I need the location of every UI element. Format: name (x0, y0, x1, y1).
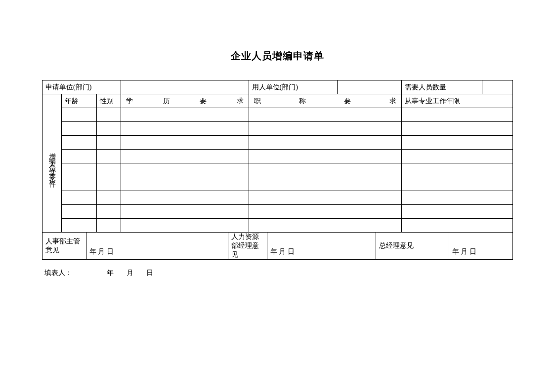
gm-label: 总经理意见 (376, 233, 449, 260)
title-cell[interactable] (249, 191, 401, 205)
years-label: 从事专业工作年限 (401, 94, 512, 108)
edu-cell[interactable] (121, 122, 249, 136)
footer: 填表人：年 月 日 (42, 269, 513, 277)
title-cell[interactable] (249, 177, 401, 191)
filler-label: 填表人： (44, 269, 72, 276)
gender-cell[interactable] (96, 150, 121, 163)
age-cell[interactable] (62, 150, 96, 163)
title-cell[interactable] (249, 163, 401, 177)
gender-cell[interactable] (96, 108, 121, 122)
gender-cell[interactable] (96, 163, 121, 177)
title-cell[interactable] (249, 219, 401, 233)
title-cell[interactable] (249, 108, 401, 122)
edu-cell[interactable] (121, 108, 249, 122)
table-row (43, 177, 513, 191)
gender-cell[interactable] (96, 136, 121, 150)
table-row (43, 163, 513, 177)
table-row (43, 122, 513, 136)
age-cell[interactable] (62, 177, 96, 191)
title-req-label: 职称要求 (249, 94, 401, 108)
title-cell[interactable] (249, 150, 401, 163)
edu-cell[interactable] (121, 163, 249, 177)
years-cell[interactable] (401, 108, 512, 122)
gender-cell[interactable] (96, 177, 121, 191)
age-cell[interactable] (62, 136, 96, 150)
edu-cell[interactable] (121, 136, 249, 150)
apply-unit-label: 申请单位(部门) (43, 80, 121, 94)
age-cell[interactable] (62, 219, 96, 233)
footer-date: 年 月 日 (107, 269, 156, 276)
table-row (43, 108, 513, 122)
edu-cell[interactable] (121, 150, 249, 163)
table-row (43, 219, 513, 233)
qty-value[interactable] (482, 80, 512, 94)
hr-super-date[interactable]: 年 月 日 (86, 233, 228, 260)
age-cell[interactable] (62, 191, 96, 205)
years-cell[interactable] (401, 177, 512, 191)
edu-cell[interactable] (121, 219, 249, 233)
edu-label: 学历要求 (121, 94, 249, 108)
hr-mgr-label: 人力资源部经理意见 (228, 233, 267, 260)
title-cell[interactable] (249, 205, 401, 219)
apply-unit-value[interactable] (121, 80, 249, 94)
table-row (43, 191, 513, 205)
signature-row: 人事部主管意见 年 月 日 人力资源部经理意见 年 月 日 总经理意见 年 月 … (43, 233, 513, 260)
years-cell[interactable] (401, 191, 512, 205)
table-row (43, 150, 513, 163)
use-unit-label: 用人单位(部门) (249, 80, 338, 94)
age-cell[interactable] (62, 205, 96, 219)
table-row (43, 136, 513, 150)
gender-cell[interactable] (96, 191, 121, 205)
gender-label: 性别 (96, 94, 121, 108)
form-table: 申请单位(部门) 用人单位(部门) 需要人员数量 增编人员基本条件 年龄 性别 … (42, 80, 513, 260)
age-cell[interactable] (62, 122, 96, 136)
years-cell[interactable] (401, 163, 512, 177)
hr-super-label: 人事部主管意见 (43, 233, 86, 260)
table-row (43, 205, 513, 219)
years-cell[interactable] (401, 122, 512, 136)
hr-mgr-date[interactable]: 年 月 日 (267, 233, 376, 260)
edu-cell[interactable] (121, 205, 249, 219)
edu-cell[interactable] (121, 177, 249, 191)
years-cell[interactable] (401, 219, 512, 233)
form-title: 企业人员增编申请单 (42, 49, 513, 63)
age-cell[interactable] (62, 163, 96, 177)
years-cell[interactable] (401, 136, 512, 150)
use-unit-value[interactable] (338, 80, 401, 94)
age-cell[interactable] (62, 108, 96, 122)
header-row-2: 增编人员基本条件 年龄 性别 学历要求 职称要求 从事专业工作年限 (43, 94, 513, 108)
age-label: 年龄 (62, 94, 96, 108)
header-row-1: 申请单位(部门) 用人单位(部门) 需要人员数量 (43, 80, 513, 94)
years-cell[interactable] (401, 150, 512, 163)
edu-cell[interactable] (121, 191, 249, 205)
gender-cell[interactable] (96, 122, 121, 136)
gm-date[interactable]: 年 月 日 (449, 233, 512, 260)
title-cell[interactable] (249, 136, 401, 150)
qty-label: 需要人员数量 (401, 80, 482, 94)
title-cell[interactable] (249, 122, 401, 136)
gender-cell[interactable] (96, 205, 121, 219)
years-cell[interactable] (401, 205, 512, 219)
gender-cell[interactable] (96, 219, 121, 233)
side-label: 增编人员基本条件 (43, 94, 62, 233)
